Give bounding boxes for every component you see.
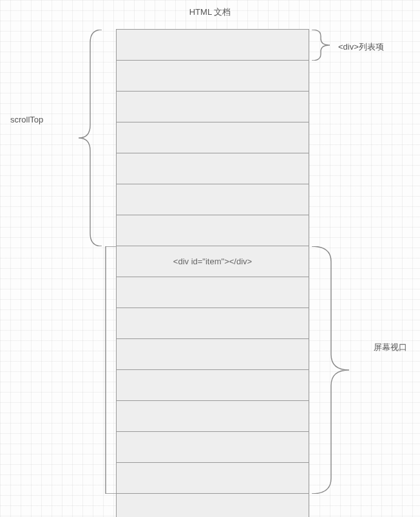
- list-item: [117, 92, 309, 122]
- diagram-canvas: HTML 文档 <div id="item"></div> scrollTop …: [0, 0, 420, 517]
- list-item: [117, 61, 309, 92]
- list-item: [117, 215, 309, 246]
- list-item: [117, 339, 309, 370]
- list-item: [117, 277, 309, 308]
- list-item: [117, 122, 309, 153]
- label-scrolltop: scrollTop: [10, 115, 43, 124]
- list-item: [117, 432, 309, 463]
- brace-scrolltop: [76, 30, 102, 246]
- list-item: [117, 401, 309, 432]
- brace-listitem: [312, 30, 331, 61]
- list-item: [117, 30, 309, 61]
- page-title: HTML 文档: [0, 6, 420, 18]
- brace-viewport: [312, 246, 350, 494]
- label-viewport: 屏幕视口: [374, 342, 407, 353]
- list-item: [117, 494, 309, 517]
- list-item: [117, 308, 309, 339]
- list-item: [117, 153, 309, 184]
- list-item-with-id: <div id="item"></div>: [117, 246, 309, 277]
- list-item: [117, 184, 309, 215]
- bracket-viewport-left: [103, 246, 116, 494]
- list-item: [117, 370, 309, 401]
- label-listitem: <div>列表项: [338, 41, 384, 53]
- list-item: [117, 463, 309, 494]
- list-container: <div id="item"></div>: [116, 29, 309, 517]
